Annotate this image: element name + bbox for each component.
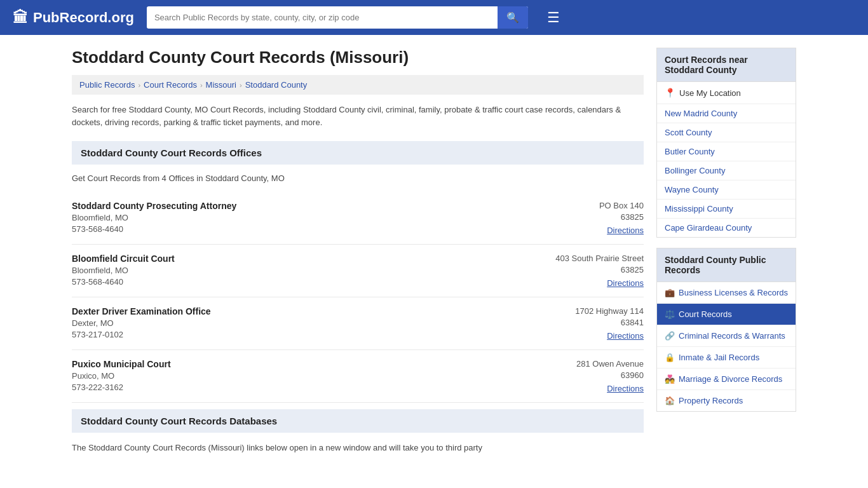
pub-record-label-4: Marriage & Divorce Records: [679, 374, 782, 384]
sidebar-county-4[interactable]: Wayne County: [657, 180, 796, 200]
office-item: Dexter Driver Examination Office Dexter,…: [72, 297, 644, 350]
site-header: 🏛 PubRecord.org 🔍 ☰: [0, 0, 868, 35]
sidebar-county-1[interactable]: Scott County: [657, 123, 796, 142]
office-item: Puxico Municipal Court Puxico, MO 573-22…: [72, 350, 644, 403]
office-city-0: Bloomfield, MO: [72, 213, 236, 222]
logo-icon: 🏛: [13, 9, 28, 27]
breadcrumb-missouri[interactable]: Missouri: [206, 80, 236, 90]
office-address-1: 403 South Prairie Street: [529, 254, 644, 263]
office-item: Stoddard County Prosecuting Attorney Blo…: [72, 192, 644, 245]
sidebar-near-header: Court Records near Stoddard County: [657, 48, 796, 82]
breadcrumb: Public Records › Court Records › Missour…: [72, 75, 644, 95]
pub-record-icon-5: 🏠: [665, 396, 675, 405]
pub-record-item-2[interactable]: 🔗 Criminal Records & Warrants: [657, 325, 796, 347]
breadcrumb-court-records[interactable]: Court Records: [144, 80, 197, 90]
location-icon: 📍: [665, 88, 675, 98]
county-list: New Madrid CountyScott CountyButler Coun…: [657, 104, 796, 237]
office-left-0: Stoddard County Prosecuting Attorney Blo…: [72, 201, 236, 235]
office-address-0: PO Box 140: [529, 201, 644, 210]
databases-description: The Stoddard County Court Records (Misso…: [72, 442, 644, 454]
pub-record-icon-4: 💑: [665, 374, 675, 384]
office-address-3: 281 Owen Avenue: [529, 359, 644, 369]
sidebar-county-5[interactable]: Mississippi County: [657, 200, 796, 219]
pub-record-item-0[interactable]: 💼 Business Licenses & Records: [657, 282, 796, 304]
directions-link-3[interactable]: Directions: [607, 384, 644, 393]
pub-record-icon-1: ⚖️: [665, 309, 675, 319]
pub-record-label-0: Business Licenses & Records: [679, 288, 788, 297]
office-right-1: 403 South Prairie Street 63825 Direction…: [529, 254, 644, 288]
breadcrumb-public-records[interactable]: Public Records: [79, 80, 135, 90]
pub-record-icon-3: 🔒: [665, 353, 675, 362]
office-name-0: Stoddard County Prosecuting Attorney: [72, 201, 236, 211]
menu-icon[interactable]: ☰: [547, 10, 560, 26]
office-right-2: 1702 Highway 114 63841 Directions: [529, 306, 644, 341]
office-left-1: Bloomfield Circuit Court Bloomfield, MO …: [72, 254, 175, 288]
office-zip-0: 63825: [529, 212, 644, 222]
office-right-3: 281 Owen Avenue 63960 Directions: [529, 359, 644, 393]
page-description: Search for free Stoddard County, MO Cour…: [72, 104, 644, 128]
breadcrumb-sep-1: ›: [138, 81, 140, 89]
pub-record-label-5: Property Records: [679, 396, 743, 405]
pub-record-icon-2: 🔗: [665, 331, 675, 341]
content-area: Stoddard County Court Records (Missouri)…: [72, 48, 644, 454]
office-item: Bloomfield Circuit Court Bloomfield, MO …: [72, 245, 644, 297]
search-button[interactable]: 🔍: [498, 6, 528, 29]
office-city-1: Bloomfield, MO: [72, 266, 175, 275]
sidebar-county-2[interactable]: Butler County: [657, 142, 796, 161]
pub-record-item-1[interactable]: ⚖️ Court Records: [657, 304, 796, 325]
search-bar: 🔍: [147, 6, 528, 29]
office-left-3: Puxico Municipal Court Puxico, MO 573-22…: [72, 359, 171, 393]
pub-record-label-2: Criminal Records & Warrants: [679, 331, 785, 341]
breadcrumb-sep-3: ›: [240, 81, 242, 89]
use-location-label: Use My Location: [679, 88, 741, 98]
office-list: Stoddard County Prosecuting Attorney Blo…: [72, 192, 644, 403]
office-phone-3: 573-222-3162: [72, 383, 171, 392]
directions-link-2[interactable]: Directions: [607, 331, 644, 341]
pub-record-icon-0: 💼: [665, 288, 675, 297]
office-name-2: Dexter Driver Examination Office: [72, 306, 211, 316]
pub-record-item-4[interactable]: 💑 Marriage & Divorce Records: [657, 369, 796, 390]
office-city-2: Dexter, MO: [72, 318, 211, 328]
sidebar-county-0[interactable]: New Madrid County: [657, 104, 796, 123]
office-name-1: Bloomfield Circuit Court: [72, 254, 175, 264]
office-right-0: PO Box 140 63825 Directions: [529, 201, 644, 235]
sidebar: Court Records near Stoddard County 📍 Use…: [656, 48, 796, 454]
offices-section-header: Stoddard County Court Records Offices: [72, 141, 644, 165]
logo-text: PubRecord.org: [33, 10, 134, 26]
office-zip-2: 63841: [529, 318, 644, 327]
office-phone-0: 573-568-4640: [72, 224, 236, 234]
office-phone-1: 573-568-4640: [72, 277, 175, 287]
office-zip-1: 63825: [529, 265, 644, 274]
breadcrumb-sep-2: ›: [200, 81, 203, 89]
public-records-box: Stoddard County Public Records 💼 Busines…: [656, 248, 796, 412]
breadcrumb-stoddard[interactable]: Stoddard County: [245, 80, 308, 90]
sidebar-county-3[interactable]: Bollinger County: [657, 161, 796, 180]
office-address-2: 1702 Highway 114: [529, 306, 644, 316]
pub-record-item-3[interactable]: 🔒 Inmate & Jail Records: [657, 347, 796, 369]
office-city-3: Puxico, MO: [72, 371, 171, 381]
office-left-2: Dexter Driver Examination Office Dexter,…: [72, 306, 211, 341]
pub-record-label-1: Court Records: [679, 309, 732, 319]
site-logo[interactable]: 🏛 PubRecord.org: [13, 9, 134, 27]
directions-link-1[interactable]: Directions: [607, 278, 644, 288]
office-name-3: Puxico Municipal Court: [72, 359, 171, 369]
pub-records-list: 💼 Business Licenses & Records ⚖️ Court R…: [657, 282, 796, 411]
office-zip-3: 63960: [529, 370, 644, 380]
office-phone-2: 573-217-0102: [72, 330, 211, 339]
page-title: Stoddard County Court Records (Missouri): [72, 48, 644, 67]
main-container: Stoddard County Court Records (Missouri)…: [59, 35, 809, 467]
search-input[interactable]: [147, 8, 498, 27]
get-records-text: Get Court Records from 4 Offices in Stod…: [72, 173, 644, 183]
pub-record-label-3: Inmate & Jail Records: [679, 353, 759, 362]
databases-section-header: Stoddard County Court Records Databases: [72, 409, 644, 433]
directions-link-0[interactable]: Directions: [607, 226, 644, 235]
pub-record-item-5[interactable]: 🏠 Property Records: [657, 390, 796, 411]
databases-section: Stoddard County Court Records Databases …: [72, 409, 644, 454]
sidebar-county-6[interactable]: Cape Girardeau County: [657, 219, 796, 237]
pub-records-header: Stoddard County Public Records: [657, 248, 796, 282]
sidebar-near-box: Court Records near Stoddard County 📍 Use…: [656, 48, 796, 238]
use-location-item[interactable]: 📍 Use My Location: [657, 82, 796, 104]
